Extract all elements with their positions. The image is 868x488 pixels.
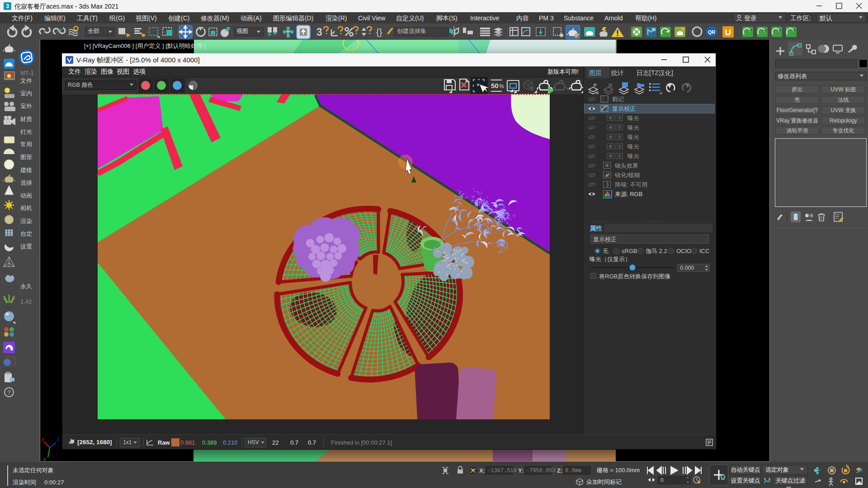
- svg-text:Z:: Z:: [557, 467, 562, 474]
- svg-text:3: 3: [6, 3, 9, 9]
- svg-text:X:: X:: [479, 467, 485, 474]
- svg-text:%: %: [499, 83, 504, 89]
- svg-text:U: U: [725, 28, 731, 37]
- svg-text:?: ?: [7, 389, 10, 396]
- svg-text:{}: {}: [376, 27, 382, 37]
- svg-text:z: z: [57, 436, 60, 442]
- svg-text:0: 0: [660, 477, 664, 483]
- svg-text:i: i: [603, 97, 604, 102]
- svg-text:Y:: Y:: [518, 467, 524, 474]
- svg-text:50: 50: [491, 82, 499, 89]
- svg-text:y: y: [43, 456, 46, 462]
- svg-text:0.0mm: 0.0mm: [565, 468, 581, 474]
- svg-text:x: x: [42, 436, 44, 442]
- svg-text:-1367.514: -1367.514: [487, 468, 517, 474]
- svg-text:-7956.053: -7956.053: [526, 468, 556, 474]
- svg-text:QR: QR: [708, 29, 716, 35]
- svg-text:3: 3: [316, 26, 322, 38]
